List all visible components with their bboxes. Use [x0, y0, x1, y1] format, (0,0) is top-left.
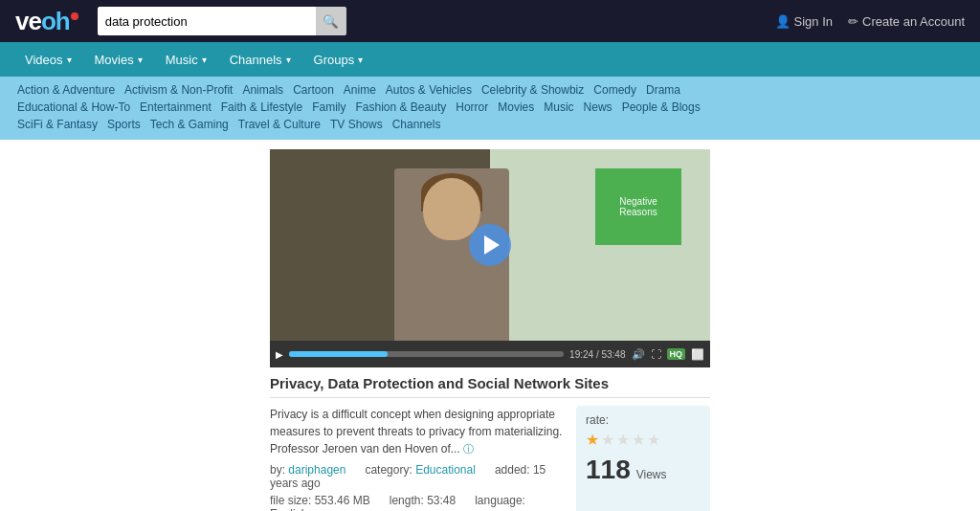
- cat-anime[interactable]: Anime: [342, 82, 378, 98]
- category-bar: Action & Adventure Activism & Non-Profit…: [0, 77, 980, 140]
- hq-badge[interactable]: HQ: [667, 348, 686, 360]
- play-pause-button[interactable]: ▶: [276, 349, 283, 360]
- cat-faith[interactable]: Faith & Lifestyle: [219, 100, 304, 115]
- cat-tech[interactable]: Tech & Gaming: [148, 117, 231, 132]
- play-button[interactable]: [469, 224, 511, 266]
- filesize-value: 553.46 MB: [315, 494, 370, 507]
- time-current: 19:24: [569, 349, 593, 360]
- search-bar: 🔍: [98, 7, 346, 35]
- cat-celebrity[interactable]: Celebrity & Showbiz: [479, 82, 586, 98]
- cat-movies[interactable]: Movies: [496, 100, 536, 115]
- star-1[interactable]: ★: [586, 431, 599, 449]
- cat-fashion[interactable]: Fashion & Beauty: [354, 100, 449, 115]
- star-2[interactable]: ★: [601, 431, 614, 449]
- cat-entertainment[interactable]: Entertainment: [138, 100, 213, 115]
- nav-groups-label: Groups: [314, 53, 355, 67]
- video-person-head: [423, 178, 480, 240]
- description: Privacy is a difficult concept when desi…: [270, 406, 565, 457]
- nav-videos-label: Videos: [25, 53, 63, 67]
- video-player[interactable]: NegativeReasons: [270, 149, 710, 341]
- progress-fill: [289, 351, 388, 357]
- edit-icon: ✏: [848, 14, 858, 29]
- nav-videos[interactable]: Videos ▾: [15, 42, 81, 77]
- cat-horror[interactable]: Horror: [454, 100, 490, 115]
- cat-sports[interactable]: Sports: [105, 117, 143, 132]
- nav-groups-chevron: ▾: [358, 55, 363, 65]
- cat-drama[interactable]: Drama: [644, 82, 682, 98]
- header: veoh 🔍 👤 Sign In ✏ Create an Account: [0, 0, 980, 42]
- cat-music[interactable]: Music: [542, 100, 575, 115]
- video-title: Privacy, Data Protection and Social Netw…: [270, 375, 710, 398]
- sign-in-icon: 👤: [775, 14, 791, 29]
- length-value: 53:48: [427, 494, 456, 507]
- expand-icon[interactable]: ⬜: [691, 348, 704, 361]
- category-link[interactable]: Educational: [415, 463, 476, 477]
- header-actions: 👤 Sign In ✏ Create an Account: [775, 14, 965, 29]
- cat-activism[interactable]: Activism & Non-Profit: [122, 82, 234, 98]
- cat-family[interactable]: Family: [310, 100, 347, 115]
- info-layout: Privacy is a difficult concept when desi…: [270, 406, 710, 511]
- meta-author-row: by: dariphagen category: Educational add…: [270, 463, 565, 490]
- create-account-label: Create an Account: [862, 14, 965, 29]
- meta-filesize-row: file size: 553.46 MB length: 53:48 langu…: [270, 494, 565, 511]
- cat-news[interactable]: News: [582, 100, 614, 115]
- category-label: category:: [365, 463, 415, 477]
- author-link[interactable]: dariphagen: [288, 463, 345, 477]
- nav-bar: Videos ▾ Movies ▾ Music ▾ Channels ▾ Gro…: [0, 42, 980, 77]
- logo-text: veoh: [15, 7, 78, 36]
- language-spacer: [459, 494, 472, 507]
- added-spacer: [479, 463, 491, 477]
- star-4[interactable]: ★: [632, 431, 645, 449]
- views-label: Views: [636, 468, 667, 481]
- sign-in-link[interactable]: 👤 Sign In: [775, 14, 833, 29]
- filesize-label: file size:: [270, 494, 315, 507]
- logo[interactable]: veoh: [15, 7, 78, 36]
- read-more-link[interactable]: ⓘ: [463, 443, 474, 455]
- create-account-link[interactable]: ✏ Create an Account: [848, 14, 965, 29]
- views-section: 118 Views: [586, 455, 701, 485]
- sign-in-label: Sign In: [794, 14, 833, 29]
- cat-autos[interactable]: Autos & Vehicles: [384, 82, 474, 98]
- nav-movies-label: Movies: [95, 53, 134, 67]
- nav-music[interactable]: Music ▾: [156, 42, 216, 77]
- cat-people[interactable]: People & Blogs: [620, 100, 702, 115]
- cat-action[interactable]: Action & Adventure: [15, 82, 117, 98]
- fullscreen-icon[interactable]: ⛶: [651, 348, 661, 360]
- nav-channels-label: Channels: [230, 53, 282, 67]
- video-controls: ▶ 19:24 / 53:48 🔊 ⛶ HQ ⬜: [270, 341, 710, 367]
- search-input[interactable]: [98, 7, 316, 35]
- star-3[interactable]: ★: [616, 431, 630, 449]
- nav-videos-chevron: ▾: [67, 55, 72, 65]
- nav-music-chevron: ▾: [202, 55, 207, 65]
- progress-bar[interactable]: [289, 351, 564, 357]
- time-display: 19:24 / 53:48: [569, 349, 625, 360]
- search-button[interactable]: 🔍: [316, 7, 346, 35]
- cat-tvshows[interactable]: TV Shows: [328, 117, 385, 132]
- time-total: 53:48: [601, 349, 625, 360]
- info-left: Privacy is a difficult concept when desi…: [270, 406, 565, 511]
- star-5[interactable]: ★: [647, 431, 660, 449]
- category-spacer: [349, 463, 362, 477]
- video-info: Privacy, Data Protection and Social Netw…: [270, 367, 710, 511]
- stars-container[interactable]: ★ ★ ★ ★ ★: [586, 431, 701, 449]
- nav-movies[interactable]: Movies ▾: [85, 42, 152, 77]
- category-row-3: SciFi & Fantasy Sports Tech & Gaming Tra…: [15, 117, 965, 132]
- length-label: length:: [390, 494, 427, 507]
- views-count: 118: [586, 455, 631, 485]
- cat-comedy[interactable]: Comedy: [591, 82, 638, 98]
- main-content: NegativeReasons ▶ 19:24 / 53:48 🔊 ⛶ HQ: [0, 140, 980, 511]
- cat-channels[interactable]: Channels: [390, 117, 443, 132]
- nav-channels-chevron: ▾: [286, 55, 291, 65]
- rating-panel: rate: ★ ★ ★ ★ ★ 118 Views: [576, 406, 710, 511]
- rating-label: rate:: [586, 413, 701, 427]
- category-row-1: Action & Adventure Activism & Non-Profit…: [15, 82, 965, 98]
- nav-groups[interactable]: Groups ▾: [304, 42, 373, 77]
- cat-cartoon[interactable]: Cartoon: [291, 82, 336, 98]
- cat-educational[interactable]: Educational & How-To: [15, 100, 132, 115]
- volume-icon[interactable]: 🔊: [632, 348, 645, 361]
- cat-animals[interactable]: Animals: [240, 82, 285, 98]
- nav-channels[interactable]: Channels ▾: [220, 42, 301, 77]
- cat-scifi[interactable]: SciFi & Fantasy: [15, 117, 100, 132]
- added-label: added:: [495, 463, 533, 477]
- cat-travel[interactable]: Travel & Culture: [236, 117, 323, 132]
